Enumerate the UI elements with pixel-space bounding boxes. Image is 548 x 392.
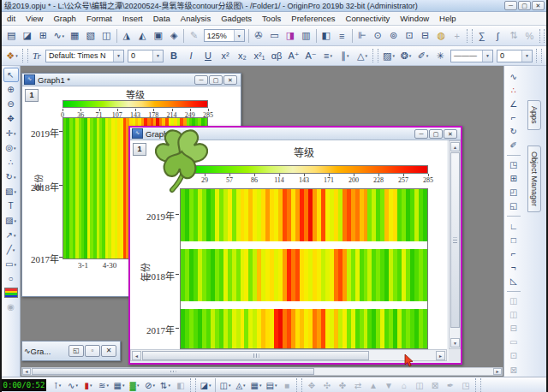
open-excel-icon[interactable]: ◭ <box>134 27 151 44</box>
menu-item-gadgets[interactable]: Gadgets <box>216 12 257 25</box>
menu-item-view[interactable]: View <box>21 12 48 25</box>
line-color-dropdown-icon[interactable]: ▾ <box>426 53 429 58</box>
bold-icon[interactable]: B <box>165 48 182 64</box>
zoom-level-select[interactable]: 125%▼ <box>204 29 245 42</box>
new-book-dropdown-icon[interactable]: ▾ <box>275 383 277 388</box>
plot-area-dropdown-icon[interactable]: ▾ <box>137 383 140 388</box>
save-as-icon[interactable]: ◈ <box>166 27 182 44</box>
plot-polar-icon[interactable]: ⊘▾ <box>142 378 158 392</box>
minwin-restore-button[interactable]: ◱ <box>68 345 84 357</box>
new-layer-inset-icon[interactable]: ◰ <box>506 186 521 199</box>
decrease-font-icon[interactable]: A⁻ <box>302 48 319 64</box>
menu-item-analysis[interactable]: Analysis <box>176 12 216 25</box>
slide-show-icon[interactable]: ▭ <box>266 27 283 44</box>
row-statistics-icon[interactable]: ∫ <box>490 27 506 44</box>
new-excel-icon[interactable]: ▧ <box>83 27 99 44</box>
plot-template-icon[interactable]: ▦▾ <box>111 378 127 392</box>
line-width-select[interactable]: 0▼ <box>497 50 533 62</box>
arrow-tool-dropdown-icon[interactable]: ▾ <box>14 233 16 238</box>
graph2-window[interactable]: ∿ Graph ─ ▢ ✕ 1 等级 029578611414317120022… <box>128 126 462 365</box>
distribute-icon[interactable]: ∥▾ <box>337 48 354 64</box>
menu-item-preferences[interactable]: Preferences <box>286 12 340 25</box>
duplicate-with-data-dropdown-icon[interactable]: ▾ <box>243 383 246 388</box>
data-selector-icon[interactable]: ∴ <box>3 155 19 169</box>
new-graph-window-dropdown-icon[interactable]: ▾ <box>209 383 211 388</box>
rotate-tool-dropdown-icon[interactable]: ▾ <box>14 175 16 180</box>
zigzag-line-tool-icon[interactable]: ∿ <box>506 69 521 83</box>
minwin-maximize-button[interactable]: ▫ <box>85 345 100 357</box>
fill-color-dropdown-icon[interactable]: ▾ <box>392 53 395 58</box>
distribute-dropdown-icon[interactable]: ▾ <box>347 53 349 58</box>
line-draw-tool-icon[interactable]: ∠ <box>506 97 521 110</box>
duplicate-with-data-icon[interactable]: ◬▾ <box>233 378 248 392</box>
italic-icon[interactable]: I <box>182 48 200 64</box>
greek-symbols-icon[interactable]: αβ <box>268 48 285 64</box>
graph2-hscroll-thumb[interactable] <box>142 351 369 360</box>
theme-gallery-dropdown-icon[interactable]: ▾ <box>15 53 18 58</box>
rotate-3d-tool-icon[interactable]: ↻ <box>506 124 521 138</box>
app-close-button[interactable]: ✕ <box>532 1 545 10</box>
data-reader-dropdown-icon[interactable]: ▾ <box>14 146 16 151</box>
new-project-icon[interactable]: ▤ <box>3 27 20 44</box>
menu-item-window[interactable]: Window <box>395 12 434 25</box>
line-style-select-dropdown-icon[interactable]: ▼ <box>482 50 492 62</box>
plot-template-dropdown-icon[interactable]: ▾ <box>122 383 125 388</box>
toolbar-handle[interactable] <box>190 378 196 392</box>
sub-superscript-icon[interactable]: x²₁ <box>251 48 268 64</box>
step-draw-tool-icon[interactable]: ⌐ <box>506 110 521 124</box>
rectangle-tool-dropdown-icon[interactable]: ▾ <box>14 262 16 267</box>
text-tool-icon[interactable]: T <box>3 199 19 213</box>
brush-tool-icon[interactable]: ✐ <box>506 139 521 152</box>
toolbar-handle[interactable] <box>536 49 542 62</box>
plot-multi-panel-icon[interactable]: ≋▾ <box>96 378 111 392</box>
add-top-axis-icon[interactable]: ⌐ <box>506 246 521 260</box>
zoom-out-icon[interactable]: ⊖ <box>3 97 19 111</box>
send-graph-icon[interactable]: ◨ <box>283 27 299 44</box>
graph2-vscroll-thumb[interactable] <box>450 152 460 328</box>
plot-stock-icon[interactable]: ⇅▾ <box>158 378 173 392</box>
plot-line-symbol-icon[interactable]: ∿▾ <box>65 378 80 392</box>
graph1-titlebar[interactable]: ∿ Graph1 * ─ ▢ ✕ <box>22 74 241 86</box>
toolbar-handle[interactable] <box>475 378 481 392</box>
toolbar-handle[interactable] <box>372 49 378 62</box>
screen-reader-dropdown-icon[interactable]: ▾ <box>14 131 16 136</box>
toolbar-handle[interactable] <box>539 29 545 43</box>
new-graph-icon[interactable]: ◪ <box>20 27 36 44</box>
effects-icon[interactable]: ✳ <box>432 48 449 64</box>
plot-error-bars-icon[interactable]: ⊺▾ <box>50 378 65 392</box>
menu-item-data[interactable]: Data <box>148 12 176 25</box>
new-function-plot-dropdown-icon[interactable]: ▾ <box>63 33 65 39</box>
annotation-dropdown-icon[interactable]: ▾ <box>365 53 367 58</box>
minwin-close-button[interactable]: ✕ <box>101 345 116 357</box>
alignment-icon[interactable]: ≡▾ <box>319 48 337 64</box>
plot-multi-panel-dropdown-icon[interactable]: ▾ <box>106 383 109 388</box>
color-manager-icon[interactable]: ◍ <box>433 27 450 44</box>
menu-item-tools[interactable]: Tools <box>257 12 286 25</box>
find-icon[interactable]: ⊙ <box>370 27 386 44</box>
pan-icon[interactable]: ✥ <box>3 111 19 126</box>
add-right-axis-icon[interactable]: ¬ <box>506 260 521 274</box>
new-sheet-icon[interactable]: ▦▾ <box>248 378 264 392</box>
tab-apps[interactable]: Apps <box>527 100 541 130</box>
new-graph-window-icon[interactable]: ◪▾ <box>198 378 213 392</box>
graph2-maximize-button[interactable]: ▢ <box>429 129 443 139</box>
save-project-icon[interactable]: ▣ <box>150 27 166 44</box>
menu-item-dit[interactable]: dit <box>2 12 21 25</box>
menu-item-insert[interactable]: Insert <box>117 12 148 25</box>
color-palette-icon[interactable] <box>4 288 18 298</box>
line-style-select[interactable]: ———▼ <box>450 50 493 62</box>
toolbar-handle[interactable] <box>22 49 28 62</box>
graph1-close-button[interactable]: ✕ <box>223 75 237 85</box>
increase-font-icon[interactable]: A⁺ <box>285 48 302 64</box>
menu-item-connectivity[interactable]: Connectivity <box>341 12 396 25</box>
new-book-icon[interactable]: ▤▾ <box>264 378 279 392</box>
window-split-icon[interactable]: ◧ <box>319 27 335 44</box>
zoom-in-icon[interactable]: ⊕ <box>3 82 19 97</box>
menu-item-format[interactable]: Format <box>81 12 117 25</box>
app-titlebar[interactable]: 级2019.opju * - L:\公众号\编辑之潭\20200524-臭氧等级… <box>2 0 546 12</box>
underline-icon[interactable]: U <box>200 48 217 64</box>
superscript-icon[interactable]: x² <box>217 48 234 64</box>
project-explorer-icon[interactable]: ⊩ <box>354 27 370 44</box>
menu-item-graph[interactable]: Graph <box>48 12 80 25</box>
scroll-right-icon[interactable]: ► <box>493 368 502 375</box>
